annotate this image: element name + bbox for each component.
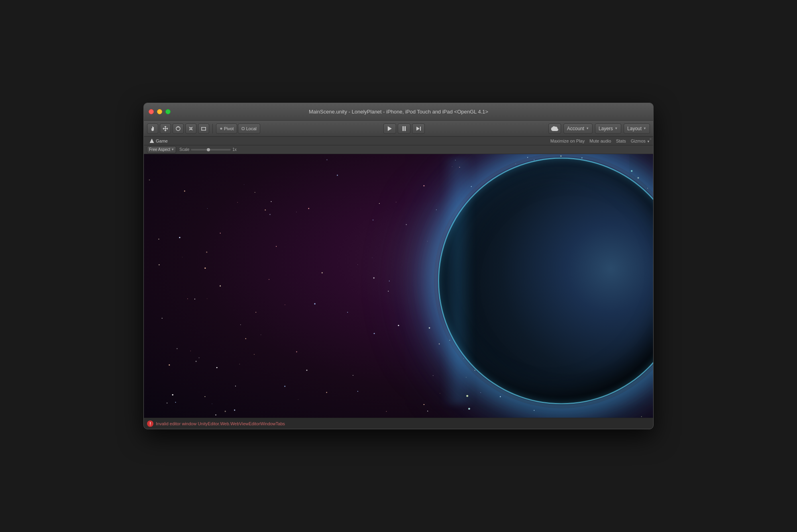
subbar: Free Aspect ▼ Scale 1x: [144, 145, 653, 154]
svg-rect-1: [190, 128, 192, 129]
toolbar-separator-1: [212, 124, 213, 133]
layers-label: Layers: [599, 126, 613, 131]
pivot-button[interactable]: Pivot: [216, 123, 237, 134]
traffic-lights: [149, 109, 171, 114]
panel-controls: Maximize on Play Mute audio Stats Gizmos…: [550, 139, 650, 143]
scale-control: Scale 1x: [179, 147, 237, 152]
title-bar: MainScene.unity - LonelyPlanet - iPhone,…: [144, 103, 653, 121]
layers-chevron-icon: ▼: [614, 127, 618, 130]
scale-thumb[interactable]: [207, 148, 210, 151]
scale-value: 1x: [232, 147, 237, 152]
status-bar: ! Invalid editor window UnityEditor.Web.…: [144, 418, 653, 429]
layout-chevron-icon: ▼: [643, 127, 646, 130]
gizmos-button[interactable]: Gizmos ▼: [631, 139, 650, 143]
scale-slider[interactable]: [191, 149, 231, 151]
play-controls: [262, 123, 547, 134]
rect-tool-button[interactable]: [198, 123, 209, 134]
layers-button[interactable]: Layers ▼: [595, 123, 621, 134]
unity-editor-window: MainScene.unity - LonelyPlanet - iPhone,…: [143, 103, 654, 429]
svg-point-6: [205, 130, 206, 131]
svg-point-5: [201, 130, 202, 131]
play-icon: [388, 126, 392, 131]
error-symbol: !: [149, 421, 151, 426]
svg-point-4: [205, 127, 206, 128]
status-message: Invalid editor window UnityEditor.Web.We…: [156, 421, 285, 426]
panel-header: Game ≡ Maximize on Play Mute audio Stats…: [144, 137, 653, 145]
main-toolbar: Pivot Local: [144, 121, 653, 137]
stats-button[interactable]: Stats: [616, 139, 626, 143]
pivot-local-group: Pivot Local: [216, 123, 260, 134]
hand-tool-button[interactable]: [147, 123, 158, 134]
gizmos-label: Gizmos: [631, 139, 646, 143]
layout-button[interactable]: Layout ▼: [624, 123, 650, 134]
fullscreen-button[interactable]: [165, 109, 171, 114]
mute-audio-button[interactable]: Mute audio: [589, 139, 611, 143]
aspect-chevron-icon: ▼: [171, 148, 174, 151]
error-icon: !: [147, 421, 153, 427]
move-tool-button[interactable]: [160, 123, 171, 134]
scale-tool-button[interactable]: [185, 123, 196, 134]
cloud-button[interactable]: [548, 123, 561, 134]
pivot-label: Pivot: [224, 126, 234, 131]
account-label: Account: [567, 126, 584, 131]
game-viewport: [144, 154, 653, 418]
layout-label: Layout: [627, 126, 642, 131]
step-button[interactable]: [412, 123, 425, 134]
unity-logo-icon: [149, 139, 154, 143]
aspect-dropdown[interactable]: Free Aspect ▼: [147, 146, 176, 153]
window-title: MainScene.unity - LonelyPlanet - iPhone,…: [149, 109, 648, 115]
close-button[interactable]: [149, 109, 154, 114]
toolbar-right-controls: Account ▼ Layers ▼ Layout ▼: [548, 123, 650, 134]
step-icon: [416, 127, 421, 131]
gizmos-chevron-icon: ▼: [647, 140, 650, 143]
aspect-label: Free Aspect: [149, 147, 170, 152]
maximize-on-play-button[interactable]: Maximize on Play: [550, 139, 585, 143]
minimize-button[interactable]: [157, 109, 162, 114]
game-tab[interactable]: Game: [147, 137, 170, 145]
svg-point-8: [221, 128, 222, 129]
svg-point-0: [176, 127, 180, 131]
local-label: Local: [246, 126, 256, 131]
game-tab-label: Game: [156, 139, 168, 143]
pause-button[interactable]: [398, 123, 410, 134]
pause-icon: [402, 126, 406, 131]
svg-rect-9: [242, 127, 244, 130]
scale-label: Scale: [179, 147, 189, 152]
account-chevron-icon: ▼: [586, 127, 589, 130]
rotate-tool-button[interactable]: [173, 123, 184, 134]
svg-rect-2: [202, 127, 206, 130]
play-button[interactable]: [383, 123, 396, 134]
local-button[interactable]: Local: [238, 123, 260, 134]
account-button[interactable]: Account ▼: [563, 123, 593, 134]
svg-point-3: [201, 127, 202, 128]
